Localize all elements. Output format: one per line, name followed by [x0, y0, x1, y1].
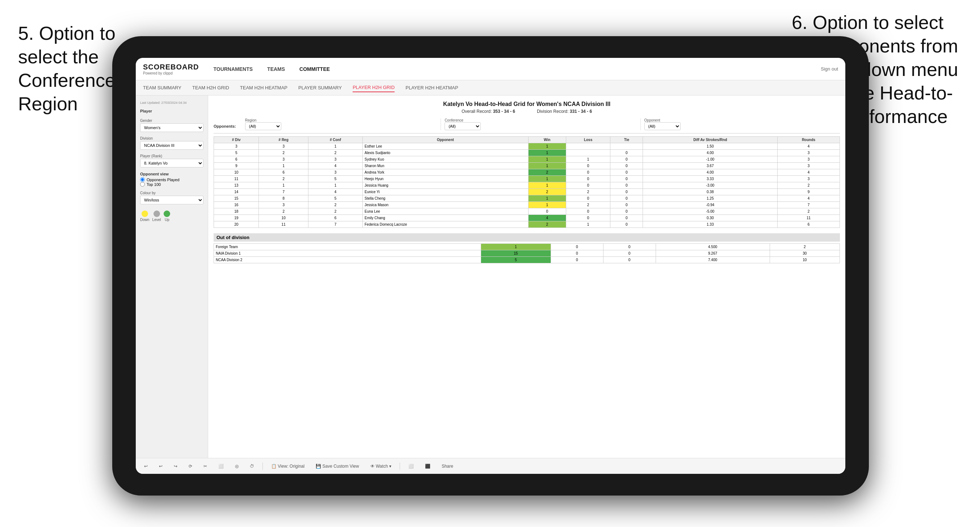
- opponent-top100-label: Top 100: [146, 182, 161, 187]
- table-cell: 1.50: [643, 143, 778, 150]
- nav-link-tournaments[interactable]: TOURNAMENTS: [213, 65, 253, 73]
- table-cell: 0: [610, 189, 643, 195]
- table-cell: 19: [214, 215, 259, 221]
- overall-record: Overall Record: 353 - 34 - 6: [461, 109, 515, 114]
- table-cell: 3: [777, 176, 840, 182]
- opponent-top100-radio[interactable]: [140, 182, 145, 187]
- table-row: 1822Euna Lee000-5.002: [214, 208, 840, 215]
- subnav-player-h2h-heatmap[interactable]: PLAYER H2H HEATMAP: [406, 84, 458, 92]
- colour-circles: Down Level Up: [140, 211, 204, 222]
- nav-link-teams[interactable]: TEAMS: [267, 65, 285, 73]
- player-rank-select[interactable]: 8. Katelyn Vo: [140, 159, 204, 167]
- opponent-filter-select[interactable]: (All): [644, 122, 681, 130]
- table-cell: 10: [214, 169, 259, 176]
- toolbar-undo[interactable]: ↩: [141, 463, 151, 470]
- toolbar-save-custom[interactable]: 💾 Save Custom View: [313, 463, 362, 470]
- table-cell: 0: [610, 176, 643, 182]
- toolbar-watch[interactable]: 👁 Watch ▾: [368, 463, 394, 470]
- table-cell: [610, 143, 643, 150]
- table-cell: -3.00: [643, 182, 778, 189]
- table-cell: [566, 143, 610, 150]
- table-cell: 4.00: [643, 169, 778, 176]
- table-cell: 7: [777, 202, 840, 208]
- region-filter: Region (All): [242, 118, 441, 130]
- region-filter-label: Region: [245, 118, 437, 122]
- table-cell: 4: [777, 169, 840, 176]
- toolbar-circle[interactable]: ◎: [232, 463, 242, 470]
- opponent-view-label: Opponent view: [140, 172, 204, 176]
- toolbar-layout1[interactable]: ⬜: [406, 463, 417, 470]
- table-cell: 1: [308, 143, 363, 150]
- col-rounds: Rounds: [777, 137, 840, 143]
- conference-filter-select[interactable]: (All): [445, 122, 481, 130]
- table-cell: 1: [528, 156, 566, 163]
- player-rank-label: Player (Rank): [140, 154, 204, 158]
- division-select[interactable]: NCAA Division III: [140, 141, 204, 150]
- toolbar-share[interactable]: Share: [439, 463, 456, 470]
- subnav-team-summary[interactable]: TEAM SUMMARY: [143, 84, 181, 92]
- toolbar-refresh[interactable]: ⟳: [186, 463, 195, 470]
- toolbar-redo[interactable]: ↪: [171, 463, 180, 470]
- opponent-filter-label: Opponent: [644, 118, 836, 122]
- table-cell: 2: [528, 221, 566, 228]
- table-cell: 0.30: [643, 215, 778, 221]
- table-cell: 0.38: [643, 189, 778, 195]
- gender-select[interactable]: Women's: [140, 123, 204, 132]
- circle-level-icon: [153, 211, 160, 217]
- table-cell: 1.25: [643, 195, 778, 202]
- table-cell: 3: [259, 143, 308, 150]
- table-cell: 0: [566, 163, 610, 169]
- col-win: Win: [528, 137, 566, 143]
- toolbar-cut[interactable]: ✂: [200, 463, 210, 470]
- table-cell: -1.00: [643, 156, 778, 163]
- subnav-team-h2h-heatmap[interactable]: TEAM H2H HEATMAP: [240, 84, 288, 92]
- table-cell: [566, 150, 610, 156]
- table-cell: 2: [308, 150, 363, 156]
- ood-table-cell: NAIA Division 1: [214, 250, 481, 257]
- toolbar-undo2[interactable]: ↩: [156, 463, 165, 470]
- opponent-view-top100[interactable]: Top 100: [140, 182, 204, 187]
- sign-out-link[interactable]: Sign out: [821, 66, 838, 71]
- subnav-player-summary[interactable]: PLAYER SUMMARY: [298, 84, 342, 92]
- table-row: 1474Eunice Yi2200.389: [214, 189, 840, 195]
- table-cell: 3.33: [643, 176, 778, 182]
- table-cell: 1: [528, 195, 566, 202]
- subnav: TEAM SUMMARY TEAM H2H GRID TEAM H2H HEAT…: [136, 80, 845, 95]
- table-cell: 18: [214, 208, 259, 215]
- table-cell: 10: [259, 215, 308, 221]
- ood-table-cell: 0: [550, 257, 603, 264]
- toolbar-timer[interactable]: ⏱: [247, 463, 257, 470]
- toolbar-layout2[interactable]: ⬛: [422, 463, 433, 470]
- table-cell: -5.00: [643, 208, 778, 215]
- table-cell: 4: [308, 189, 363, 195]
- subnav-player-h2h-grid[interactable]: PLAYER H2H GRID: [353, 83, 395, 92]
- table-cell: Federica Domecq Lacroze: [363, 221, 528, 228]
- colour-by-select[interactable]: Win/loss: [140, 196, 204, 204]
- table-cell: 2: [777, 208, 840, 215]
- player-label: Player: [140, 109, 204, 113]
- table-cell: 0: [610, 182, 643, 189]
- toolbar-view-original[interactable]: 📋 View: Original: [268, 463, 307, 470]
- nav-right: Sign out: [821, 66, 838, 71]
- conference-filter-label: Conference: [445, 118, 636, 122]
- table-cell: 3: [777, 150, 840, 156]
- table-cell: Heejo Hyun: [363, 176, 528, 182]
- division-record: Division Record: 331 - 34 - 6: [537, 109, 592, 114]
- opponent-view-played[interactable]: Opponents Played: [140, 177, 204, 182]
- division-label: Division: [140, 137, 204, 140]
- toolbar-paste[interactable]: ⬜: [215, 463, 227, 470]
- region-filter-select[interactable]: (All): [245, 122, 281, 130]
- col-loss: Loss: [566, 137, 610, 143]
- ood-table-cell: 30: [770, 250, 840, 257]
- subnav-team-h2h-grid[interactable]: TEAM H2H GRID: [192, 84, 229, 92]
- table-cell: 0: [610, 215, 643, 221]
- colour-by-label: Colour by: [140, 191, 204, 195]
- opponent-played-radio[interactable]: [140, 177, 145, 182]
- table-cell: Jessica Mason: [363, 202, 528, 208]
- nav-link-committee[interactable]: COMMITTEE: [299, 65, 330, 73]
- filter-sections: Opponents: Region (All) Conference (All): [213, 118, 840, 133]
- navbar: SCOREBOARD Powered by clippd TOURNAMENTS…: [136, 58, 845, 80]
- gender-label: Gender: [140, 119, 204, 122]
- ood-table-cell: 0: [603, 244, 655, 250]
- table-cell: 15: [214, 195, 259, 202]
